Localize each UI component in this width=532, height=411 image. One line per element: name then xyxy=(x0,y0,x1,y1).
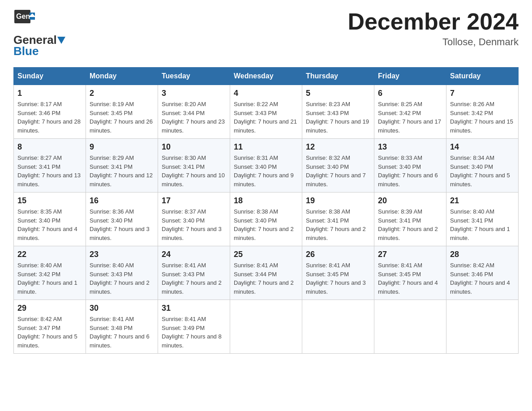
calendar-cell: 9 Sunrise: 8:29 AM Sunset: 3:41 PM Dayli… xyxy=(86,139,158,193)
day-number: 4 xyxy=(234,89,298,98)
day-number: 29 xyxy=(17,304,82,313)
day-number: 8 xyxy=(17,142,82,152)
day-number: 25 xyxy=(234,250,298,259)
calendar-cell: 13 Sunrise: 8:33 AM Sunset: 3:40 PM Dayl… xyxy=(374,139,446,193)
calendar-cell: 16 Sunrise: 8:36 AM Sunset: 3:40 PM Dayl… xyxy=(86,193,158,246)
day-info: Sunrise: 8:17 AM Sunset: 3:46 PM Dayligh… xyxy=(17,100,82,135)
calendar-cell xyxy=(446,300,519,354)
calendar-cell xyxy=(374,300,446,354)
calendar-cell: 23 Sunrise: 8:40 AM Sunset: 3:43 PM Dayl… xyxy=(86,246,158,300)
calendar-cell xyxy=(230,300,302,354)
day-number: 3 xyxy=(162,89,226,98)
week-row-5: 29 Sunrise: 8:42 AM Sunset: 3:47 PM Dayl… xyxy=(14,300,519,354)
day-info: Sunrise: 8:40 AM Sunset: 3:43 PM Dayligh… xyxy=(90,261,154,296)
day-info: Sunrise: 8:42 AM Sunset: 3:46 PM Dayligh… xyxy=(450,261,515,296)
day-number: 14 xyxy=(450,142,515,152)
day-info: Sunrise: 8:41 AM Sunset: 3:43 PM Dayligh… xyxy=(162,261,226,296)
day-number: 21 xyxy=(450,196,515,206)
calendar-cell: 7 Sunrise: 8:26 AM Sunset: 3:42 PM Dayli… xyxy=(446,85,519,139)
day-number: 26 xyxy=(306,250,370,259)
day-number: 7 xyxy=(450,89,515,98)
calendar-cell: 10 Sunrise: 8:30 AM Sunset: 3:41 PM Dayl… xyxy=(158,139,230,193)
day-info: Sunrise: 8:19 AM Sunset: 3:45 PM Dayligh… xyxy=(90,100,154,135)
weekday-header-saturday: Saturday xyxy=(446,68,519,85)
calendar-cell xyxy=(302,300,374,354)
calendar-cell: 3 Sunrise: 8:20 AM Sunset: 3:44 PM Dayli… xyxy=(158,85,230,139)
day-info: Sunrise: 8:27 AM Sunset: 3:41 PM Dayligh… xyxy=(17,154,82,188)
calendar-cell: 15 Sunrise: 8:35 AM Sunset: 3:40 PM Dayl… xyxy=(14,193,86,246)
calendar-cell: 1 Sunrise: 8:17 AM Sunset: 3:46 PM Dayli… xyxy=(14,85,86,139)
weekday-header-monday: Monday xyxy=(86,68,158,85)
weekday-header-wednesday: Wednesday xyxy=(230,68,302,85)
day-info: Sunrise: 8:20 AM Sunset: 3:44 PM Dayligh… xyxy=(162,100,226,135)
weekday-header-tuesday: Tuesday xyxy=(158,68,230,85)
day-number: 11 xyxy=(234,142,298,152)
header-row: SundayMondayTuesdayWednesdayThursdayFrid… xyxy=(14,68,519,85)
day-info: Sunrise: 8:39 AM Sunset: 3:41 PM Dayligh… xyxy=(378,207,442,242)
calendar-cell: 5 Sunrise: 8:23 AM Sunset: 3:43 PM Dayli… xyxy=(302,85,374,139)
calendar-cell: 14 Sunrise: 8:34 AM Sunset: 3:40 PM Dayl… xyxy=(446,139,519,193)
day-number: 12 xyxy=(306,142,370,152)
day-number: 15 xyxy=(17,196,82,206)
day-info: Sunrise: 8:36 AM Sunset: 3:40 PM Dayligh… xyxy=(90,207,154,242)
day-number: 9 xyxy=(90,142,154,152)
day-number: 10 xyxy=(162,142,226,152)
weekday-header-friday: Friday xyxy=(374,68,446,85)
day-number: 19 xyxy=(306,196,370,206)
day-info: Sunrise: 8:41 AM Sunset: 3:45 PM Dayligh… xyxy=(378,261,442,296)
calendar-cell: 24 Sunrise: 8:41 AM Sunset: 3:43 PM Dayl… xyxy=(158,246,230,300)
logo-icon: Gen xyxy=(13,9,37,32)
day-info: Sunrise: 8:34 AM Sunset: 3:40 PM Dayligh… xyxy=(450,154,515,188)
day-number: 31 xyxy=(162,304,226,313)
calendar-cell: 31 Sunrise: 8:41 AM Sunset: 3:49 PM Dayl… xyxy=(158,300,230,354)
day-number: 5 xyxy=(306,89,370,98)
calendar-cell: 30 Sunrise: 8:41 AM Sunset: 3:48 PM Dayl… xyxy=(86,300,158,354)
calendar-cell: 20 Sunrise: 8:39 AM Sunset: 3:41 PM Dayl… xyxy=(374,193,446,246)
day-info: Sunrise: 8:41 AM Sunset: 3:45 PM Dayligh… xyxy=(306,261,370,296)
day-number: 30 xyxy=(90,304,154,313)
calendar-cell: 26 Sunrise: 8:41 AM Sunset: 3:45 PM Dayl… xyxy=(302,246,374,300)
day-info: Sunrise: 8:32 AM Sunset: 3:40 PM Dayligh… xyxy=(306,154,370,188)
week-row-4: 22 Sunrise: 8:40 AM Sunset: 3:42 PM Dayl… xyxy=(14,246,519,300)
logo: Gen General Blue xyxy=(13,9,66,58)
day-info: Sunrise: 8:29 AM Sunset: 3:41 PM Dayligh… xyxy=(90,154,154,188)
day-info: Sunrise: 8:23 AM Sunset: 3:43 PM Dayligh… xyxy=(306,100,370,135)
day-number: 28 xyxy=(450,250,515,259)
day-number: 16 xyxy=(90,196,154,206)
calendar-title: December 2024 xyxy=(348,9,519,34)
week-row-1: 1 Sunrise: 8:17 AM Sunset: 3:46 PM Dayli… xyxy=(14,85,519,139)
calendar-table: SundayMondayTuesdayWednesdayThursdayFrid… xyxy=(13,67,519,354)
day-info: Sunrise: 8:25 AM Sunset: 3:42 PM Dayligh… xyxy=(378,100,442,135)
logo-triangle-icon xyxy=(57,37,65,44)
day-info: Sunrise: 8:31 AM Sunset: 3:40 PM Dayligh… xyxy=(234,154,298,188)
day-number: 27 xyxy=(378,250,442,259)
calendar-subtitle: Tollose, Denmark xyxy=(348,36,519,48)
day-info: Sunrise: 8:22 AM Sunset: 3:43 PM Dayligh… xyxy=(234,100,298,135)
day-number: 17 xyxy=(162,196,226,206)
day-number: 20 xyxy=(378,196,442,206)
weekday-header-sunday: Sunday xyxy=(14,68,86,85)
calendar-cell: 19 Sunrise: 8:38 AM Sunset: 3:41 PM Dayl… xyxy=(302,193,374,246)
day-info: Sunrise: 8:41 AM Sunset: 3:44 PM Dayligh… xyxy=(234,261,298,296)
calendar-cell: 2 Sunrise: 8:19 AM Sunset: 3:45 PM Dayli… xyxy=(86,85,158,139)
day-info: Sunrise: 8:40 AM Sunset: 3:41 PM Dayligh… xyxy=(450,207,515,242)
calendar-cell: 25 Sunrise: 8:41 AM Sunset: 3:44 PM Dayl… xyxy=(230,246,302,300)
week-row-2: 8 Sunrise: 8:27 AM Sunset: 3:41 PM Dayli… xyxy=(14,139,519,193)
day-info: Sunrise: 8:41 AM Sunset: 3:48 PM Dayligh… xyxy=(90,315,154,350)
day-info: Sunrise: 8:33 AM Sunset: 3:40 PM Dayligh… xyxy=(378,154,442,188)
day-info: Sunrise: 8:30 AM Sunset: 3:41 PM Dayligh… xyxy=(162,154,226,188)
day-number: 22 xyxy=(17,250,82,259)
calendar-cell: 12 Sunrise: 8:32 AM Sunset: 3:40 PM Dayl… xyxy=(302,139,374,193)
calendar-cell: 22 Sunrise: 8:40 AM Sunset: 3:42 PM Dayl… xyxy=(14,246,86,300)
calendar-cell: 6 Sunrise: 8:25 AM Sunset: 3:42 PM Dayli… xyxy=(374,85,446,139)
title-section: December 2024 Tollose, Denmark xyxy=(348,9,519,48)
day-info: Sunrise: 8:40 AM Sunset: 3:42 PM Dayligh… xyxy=(17,261,82,296)
calendar-cell: 4 Sunrise: 8:22 AM Sunset: 3:43 PM Dayli… xyxy=(230,85,302,139)
page-header: Gen General Blue December 2024 Tollose, … xyxy=(13,9,519,58)
day-number: 23 xyxy=(90,250,154,259)
day-info: Sunrise: 8:37 AM Sunset: 3:40 PM Dayligh… xyxy=(162,207,226,242)
calendar-cell: 18 Sunrise: 8:38 AM Sunset: 3:40 PM Dayl… xyxy=(230,193,302,246)
logo-blue: Blue xyxy=(13,44,39,58)
week-row-3: 15 Sunrise: 8:35 AM Sunset: 3:40 PM Dayl… xyxy=(14,193,519,246)
calendar-cell: 21 Sunrise: 8:40 AM Sunset: 3:41 PM Dayl… xyxy=(446,193,519,246)
